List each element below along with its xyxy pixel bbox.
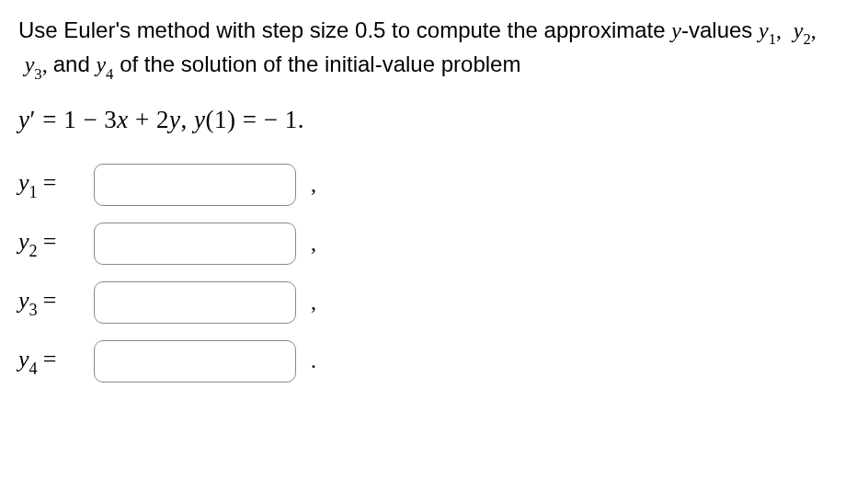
answer-row-y1: y1= , [18, 164, 850, 206]
eq-comma: , [181, 106, 195, 133]
eq: = [43, 287, 57, 314]
sub: 4 [29, 360, 38, 378]
answer-row-y2: y2= , [18, 223, 850, 265]
trailing-comma: , [311, 172, 316, 197]
sub4: 4 [106, 65, 113, 83]
y2: y [794, 18, 804, 42]
eq-open: ( [206, 106, 215, 133]
eq: = [43, 228, 57, 255]
y3: y [25, 52, 35, 76]
y1-input[interactable] [94, 164, 296, 206]
differential-equation: y′ = 1 − 3x + 2y, y(1) = − 1. [18, 106, 850, 134]
eq-two: 2 [156, 106, 169, 133]
text: Use Euler's method with step size [18, 17, 355, 42]
eq-arg: 1 [214, 106, 227, 133]
text: -values [681, 17, 759, 42]
eq-ycond: y [194, 106, 205, 133]
var: y [18, 287, 29, 314]
sub: 2 [29, 242, 38, 260]
eq-minus: − [76, 106, 104, 133]
sub: 3 [29, 301, 38, 319]
var: y [18, 169, 29, 196]
eq-period: . [298, 106, 304, 133]
answer-row-y3: y3= , [18, 281, 850, 324]
text-and: and [53, 51, 97, 76]
eq-y: y [18, 106, 29, 133]
eq-one: 1 [63, 106, 76, 133]
sub: 1 [29, 183, 38, 201]
y4: y [96, 52, 106, 76]
text: of the solution of the initial-value pro… [113, 51, 520, 76]
var: y [18, 228, 29, 255]
var: y [18, 346, 29, 372]
comma: , [42, 52, 53, 76]
eq-three: 3 [104, 106, 117, 133]
eq-val: 1 [285, 106, 298, 133]
sub1: 1 [769, 30, 776, 48]
answer-label-y2: y2= [18, 228, 83, 259]
comma: , [811, 18, 817, 42]
y1: y [759, 18, 769, 42]
y2-input[interactable] [94, 223, 296, 265]
answer-section: y1= , y2= , y3= , y4= . [18, 164, 850, 383]
text: to compute the approximate [385, 17, 671, 42]
trailing-comma: , [311, 290, 316, 314]
answer-label-y3: y3= [18, 287, 83, 318]
eq-plus: + [129, 106, 156, 133]
eq-x: x [117, 106, 128, 133]
trailing-period: . [311, 348, 316, 373]
answer-label-y1: y1= [18, 169, 83, 200]
eq-equals2: = [236, 106, 264, 133]
sub3: 3 [34, 65, 41, 83]
step-size: 0.5 [355, 17, 385, 42]
eq-equals: = [36, 106, 63, 133]
eq-close: ) [227, 106, 236, 133]
eq-neg: − [264, 106, 285, 133]
eq: = [43, 169, 57, 196]
sub2: 2 [803, 30, 810, 48]
eq-y2: y [169, 106, 180, 133]
trailing-comma: , [311, 231, 316, 256]
eq: = [43, 346, 57, 372]
comma: , [776, 18, 787, 42]
y-var: y [671, 18, 681, 42]
y3-input[interactable] [94, 281, 296, 324]
problem-statement: Use Euler's method with step size 0.5 to… [18, 15, 850, 84]
answer-row-y4: y4= . [18, 340, 850, 383]
answer-label-y4: y4= [18, 346, 83, 377]
y4-input[interactable] [94, 340, 296, 383]
